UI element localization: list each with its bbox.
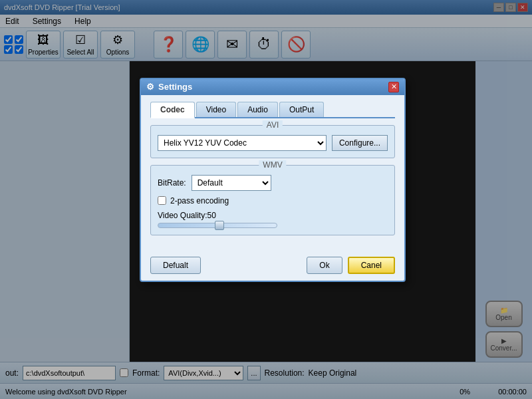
dialog-close-button[interactable]: ✕ bbox=[388, 82, 399, 92]
quality-slider-thumb[interactable] bbox=[215, 221, 224, 230]
quality-label: Video Quality:50 bbox=[158, 211, 216, 220]
cancel-button[interactable]: Canel bbox=[348, 257, 395, 274]
tab-video[interactable]: Video bbox=[196, 102, 236, 117]
twopass-row: 2-pass encoding bbox=[158, 196, 388, 205]
tab-output[interactable]: OutPut bbox=[279, 102, 324, 117]
dialog-title-label: Settings bbox=[158, 82, 192, 92]
default-button[interactable]: Defualt bbox=[150, 257, 201, 274]
wmv-section: WMV BitRate: Default 128k 256k 2-pass en… bbox=[150, 165, 395, 235]
dialog-settings-icon: ⚙ bbox=[146, 82, 154, 92]
twopass-checkbox[interactable] bbox=[158, 196, 166, 205]
quality-row: Video Quality:50 bbox=[158, 211, 388, 228]
codec-row: Helix YV12 YUV Codec DivX Xvid Configure… bbox=[158, 135, 388, 151]
ok-button[interactable]: Ok bbox=[307, 257, 342, 274]
bitrate-row: BitRate: Default 128k 256k bbox=[158, 175, 388, 191]
avi-label: AVI bbox=[263, 120, 283, 130]
tab-codec[interactable]: Codec bbox=[150, 102, 195, 118]
dialog-body: Codec Video Audio OutPut AVI Helix YV12 … bbox=[141, 95, 404, 251]
settings-dialog: ⚙ Settings ✕ Codec Video Audio OutPut AV… bbox=[140, 78, 406, 282]
bitrate-label: BitRate: bbox=[158, 178, 186, 188]
bitrate-select[interactable]: Default 128k 256k bbox=[192, 175, 271, 191]
configure-button[interactable]: Configure... bbox=[332, 135, 388, 151]
codec-select[interactable]: Helix YV12 YUV Codec DivX Xvid bbox=[158, 135, 327, 151]
quality-slider-track bbox=[158, 223, 277, 228]
dialog-title-text: ⚙ Settings bbox=[146, 82, 192, 92]
ok-cancel-group: Ok Canel bbox=[307, 257, 395, 274]
avi-section: AVI Helix YV12 YUV Codec DivX Xvid Confi… bbox=[150, 125, 395, 158]
tab-audio[interactable]: Audio bbox=[237, 102, 278, 117]
twopass-label: 2-pass encoding bbox=[170, 196, 229, 205]
dialog-footer: Defualt Ok Canel bbox=[141, 251, 404, 281]
tab-bar: Codec Video Audio OutPut bbox=[150, 102, 395, 118]
modal-overlay: ⚙ Settings ✕ Codec Video Audio OutPut AV… bbox=[0, 0, 532, 399]
wmv-label: WMV bbox=[259, 160, 286, 170]
dialog-title-bar: ⚙ Settings ✕ bbox=[141, 79, 404, 95]
